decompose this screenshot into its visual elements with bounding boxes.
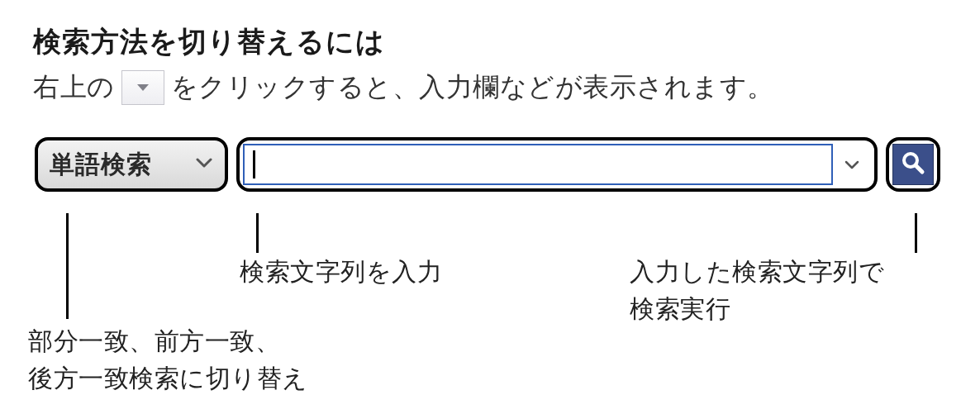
svg-line-2 [916,165,922,172]
chevron-down-icon [195,156,213,173]
page-title: 検索方法を切り替えるには [33,23,955,61]
svg-marker-0 [137,84,149,91]
callout-leader [256,213,259,253]
intro-text: 右上の をクリックすると、入力欄などが表示されます。 [33,69,955,106]
search-mode-label: 単語検索 [50,148,152,182]
search-mode-select[interactable]: 単語検索 [35,137,228,192]
search-icon [901,150,925,178]
callout-mode: 部分一致、前方一致、 後方一致検索に切り替え [28,322,408,397]
search-button[interactable] [892,144,934,185]
callout-input: 検索文字列を入力 [240,253,442,290]
text-caret [253,150,255,178]
search-bar: 単語検索 [35,137,940,192]
dropdown-toggle-icon [121,70,164,105]
callout-leader [66,213,69,319]
search-input-wrapper [236,137,878,192]
search-button-wrapper [886,137,940,192]
callout-search: 入力した検索文字列で 検索実行 [630,253,884,327]
intro-before: 右上の [33,69,115,106]
callout-leader [915,213,917,253]
search-input[interactable] [243,144,833,185]
input-history-dropdown[interactable] [833,159,871,170]
intro-after: をクリックすると、入力欄などが表示されます。 [171,69,774,106]
